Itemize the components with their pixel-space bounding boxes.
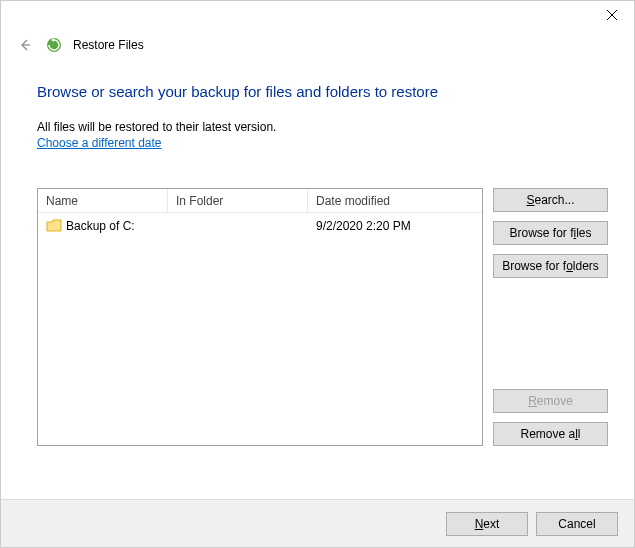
arrow-left-icon [18,38,32,52]
restore-files-dialog: Restore Files Browse or search your back… [0,0,635,548]
side-button-panel: Search... Browse for fiilesles Browse fo… [493,188,608,446]
back-button[interactable] [15,35,35,55]
column-header-name[interactable]: Name [38,189,168,212]
browse-files-button[interactable]: Browse for fiilesles [493,221,608,245]
list-body: Backup of C: 9/2/2020 2:20 PM [38,213,482,445]
cancel-button[interactable]: Cancel [536,512,618,536]
column-headers: Name In Folder Date modified [38,189,482,213]
page-heading: Browse or search your backup for files a… [37,83,608,100]
close-icon [607,10,617,20]
header: Restore Files [1,31,634,55]
column-header-folder[interactable]: In Folder [168,189,308,212]
close-button[interactable] [589,1,634,29]
search-button[interactable]: Search... [493,188,608,212]
subtext: All files will be restored to their late… [37,120,608,134]
content-area: Browse or search your backup for files a… [1,55,634,446]
choose-date-link[interactable]: Choose a different date [37,136,162,150]
remove-button: Remove [493,389,608,413]
folder-icon [46,219,62,233]
footer: Next Cancel [1,499,634,547]
main-row: Name In Folder Date modified Backup of C… [37,188,608,446]
list-item[interactable]: Backup of C: 9/2/2020 2:20 PM [38,213,482,235]
titlebar [1,1,634,31]
remove-all-button[interactable]: Remove all [493,422,608,446]
file-list[interactable]: Name In Folder Date modified Backup of C… [37,188,483,446]
next-button[interactable]: Next [446,512,528,536]
column-header-date[interactable]: Date modified [308,189,482,212]
restore-files-icon [45,36,63,54]
item-name: Backup of C: [66,219,135,233]
browse-folders-button[interactable]: Browse for folders [493,254,608,278]
item-date: 9/2/2020 2:20 PM [308,219,482,233]
wizard-title: Restore Files [73,38,144,52]
